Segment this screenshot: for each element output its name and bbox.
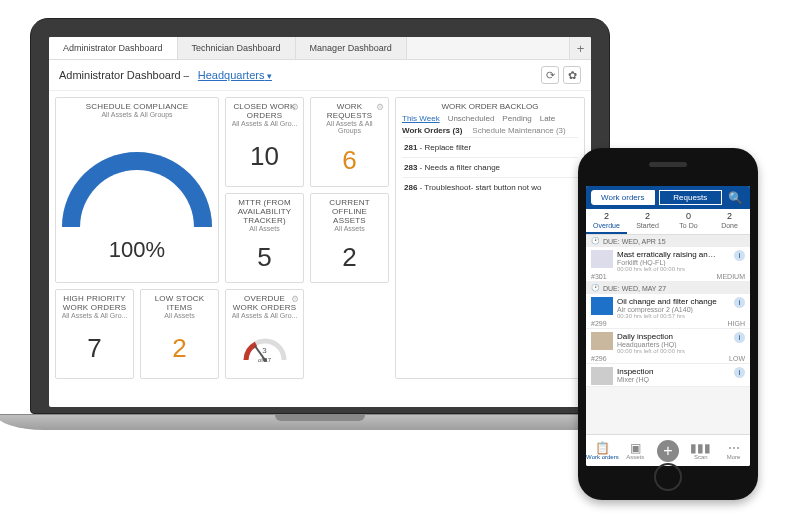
card-title: WORK REQUESTS: [315, 102, 384, 120]
backlog-tab-pending[interactable]: Pending: [502, 114, 531, 123]
settings-button[interactable]: ✿: [563, 66, 581, 84]
dashboard-header: Administrator Dashboard – Headquarters ⟳…: [49, 60, 591, 91]
card-low-stock[interactable]: LOW STOCK ITEMS All Assets 2: [140, 289, 219, 379]
card-subtitle: All Assets & All Gro...: [232, 312, 298, 319]
clock-icon: 🕑: [591, 284, 600, 292]
dashboard-app: Administrator Dashboard Technician Dashb…: [49, 37, 591, 407]
wo-title: Inspection: [617, 367, 730, 376]
card-subtitle: All Assets & All Gro...: [62, 312, 128, 319]
work-order-list[interactable]: 🕑DUE: WED, APR 15 Mast erratically raisi…: [586, 235, 750, 434]
segment-requests[interactable]: Requests: [659, 190, 723, 205]
tabbar-more[interactable]: ⋯More: [717, 435, 750, 466]
backlog-tab-late[interactable]: Late: [540, 114, 556, 123]
gear-icon[interactable]: ⚙: [291, 294, 299, 304]
info-icon[interactable]: i: [734, 297, 745, 308]
card-value: 2: [342, 234, 356, 280]
card-title: OVERDUE WORK ORDERS: [230, 294, 299, 312]
backlog-row[interactable]: 283 - Needs a filter change: [402, 157, 578, 177]
status-tab-started[interactable]: 2Started: [627, 209, 668, 234]
work-order-item[interactable]: Oil change and filter change Air compres…: [586, 294, 750, 329]
wo-time: 00:00 hrs left of 00:00 hrs: [617, 348, 730, 354]
segmented-control: Work orders Requests 🔍: [586, 186, 750, 209]
tab-technician[interactable]: Technician Dashboard: [178, 37, 296, 59]
add-tab-button[interactable]: +: [569, 37, 591, 59]
gauge-value: 100%: [109, 237, 165, 263]
card-high-priority[interactable]: HIGH PRIORITY WORK ORDERS All Assets & A…: [55, 289, 134, 379]
tabbar-work-orders[interactable]: 📋Work orders: [586, 435, 619, 466]
backlog-tab-unscheduled[interactable]: Unscheduled: [448, 114, 495, 123]
backlog-title: WORK ORDER BACKLOG: [402, 102, 578, 111]
status-tab-overdue[interactable]: 2Overdue: [586, 209, 627, 234]
info-icon[interactable]: i: [734, 332, 745, 343]
info-icon[interactable]: i: [734, 367, 745, 378]
wo-number: #301: [591, 273, 607, 280]
backlog-tab-thisweek[interactable]: This Week: [402, 114, 440, 123]
clock-icon: 🕑: [591, 237, 600, 245]
tab-admin[interactable]: Administrator Dashboard: [49, 37, 178, 59]
card-subtitle: All Assets & All Groups: [101, 111, 172, 118]
card-offline-assets[interactable]: CURRENT OFFLINE ASSETS All Assets 2: [310, 193, 389, 283]
card-work-requests[interactable]: ⚙ WORK REQUESTS All Assets & All Groups …: [310, 97, 389, 187]
segment-work-orders[interactable]: Work orders: [591, 190, 655, 205]
backlog-subtab-wo[interactable]: Work Orders (3): [402, 126, 462, 135]
work-order-item[interactable]: Mast erratically raising an… Forklift (H…: [586, 247, 750, 282]
wo-asset: Headquarters (HQ): [617, 341, 730, 348]
refresh-button[interactable]: ⟳: [541, 66, 559, 84]
wo-number: #299: [591, 320, 607, 327]
phone-mockup: Work orders Requests 🔍 2Overdue 2Started…: [578, 148, 758, 500]
backlog-panel: WORK ORDER BACKLOG This Week Unscheduled…: [395, 97, 585, 379]
wo-priority: MEDIUM: [717, 273, 745, 280]
status-tab-done[interactable]: 2Done: [709, 209, 750, 234]
card-grid: SCHEDULE COMPLIANCE All Assets & All Gro…: [55, 97, 389, 379]
card-subtitle: All Assets & All Gro...: [232, 120, 298, 127]
tabbar-add-button[interactable]: +: [652, 435, 685, 466]
location-dropdown[interactable]: Headquarters: [198, 69, 272, 81]
work-order-item[interactable]: Daily inspection Headquarters (HQ) 00:00…: [586, 329, 750, 364]
tab-manager[interactable]: Manager Dashboard: [296, 37, 407, 59]
asset-thumbnail: [591, 250, 613, 268]
wo-number: #296: [591, 355, 607, 362]
work-order-item[interactable]: Inspection Mixer (HQ i: [586, 364, 750, 387]
due-header: 🕑DUE: WED, MAY 27: [586, 282, 750, 294]
mini-value: 3: [262, 346, 266, 355]
card-title: LOW STOCK ITEMS: [145, 294, 214, 312]
tabbar-assets[interactable]: ▣Assets: [619, 435, 652, 466]
wo-asset: Forklift (HQ-FL): [617, 259, 730, 266]
wo-time: 00:30 hrs left of 00:57 hrs: [617, 313, 730, 319]
card-title: HIGH PRIORITY WORK ORDERS: [60, 294, 129, 312]
card-subtitle: All Assets & All Groups: [315, 120, 384, 134]
card-title: CURRENT OFFLINE ASSETS: [315, 198, 384, 225]
card-subtitle: All Assets: [249, 225, 279, 232]
wo-priority: HIGH: [728, 320, 746, 327]
due-header: 🕑DUE: WED, APR 15: [586, 235, 750, 247]
card-value: 6: [342, 136, 356, 184]
page-title: Administrator Dashboard: [59, 69, 181, 81]
asset-thumbnail: [591, 297, 613, 315]
tab-bar: 📋Work orders ▣Assets + ▮▮▮Scan ⋯More: [586, 434, 750, 466]
card-mttr[interactable]: MTTR (FROM AVAILABILITY TRACKER) All Ass…: [225, 193, 304, 283]
wo-asset: Mixer (HQ: [617, 376, 730, 383]
wo-title: Daily inspection: [617, 332, 730, 341]
search-icon[interactable]: 🔍: [726, 191, 745, 205]
backlog-row[interactable]: 286 - Troubleshoot- start button not wo: [402, 177, 578, 197]
card-schedule-compliance[interactable]: SCHEDULE COMPLIANCE All Assets & All Gro…: [55, 97, 219, 283]
card-closed-work-orders[interactable]: ⚙ CLOSED WORK ORDERS All Assets & All Gr…: [225, 97, 304, 187]
card-value: 7: [87, 321, 101, 376]
card-subtitle: All Assets: [334, 225, 364, 232]
asset-thumbnail: [591, 367, 613, 385]
wo-title: Oil change and filter change: [617, 297, 730, 306]
backlog-row[interactable]: 281 - Replace filter: [402, 137, 578, 157]
info-icon[interactable]: i: [734, 250, 745, 261]
backlog-filter-tabs: This Week Unscheduled Pending Late: [402, 114, 578, 123]
card-title: MTTR (FROM AVAILABILITY TRACKER): [230, 198, 299, 225]
gear-icon[interactable]: ⚙: [291, 102, 299, 112]
mini-gauge-icon: 3of 17: [242, 334, 288, 364]
plus-icon: +: [657, 440, 679, 462]
card-title: SCHEDULE COMPLIANCE: [86, 102, 189, 111]
gear-icon[interactable]: ⚙: [376, 102, 384, 112]
status-tab-todo[interactable]: 0To Do: [668, 209, 709, 234]
card-overdue-work-orders[interactable]: ⚙ OVERDUE WORK ORDERS All Assets & All G…: [225, 289, 304, 379]
barcode-icon: ▮▮▮: [690, 442, 711, 454]
backlog-subtab-sm[interactable]: Schedule Maintenance (3): [472, 126, 565, 135]
tabbar-scan[interactable]: ▮▮▮Scan: [684, 435, 717, 466]
